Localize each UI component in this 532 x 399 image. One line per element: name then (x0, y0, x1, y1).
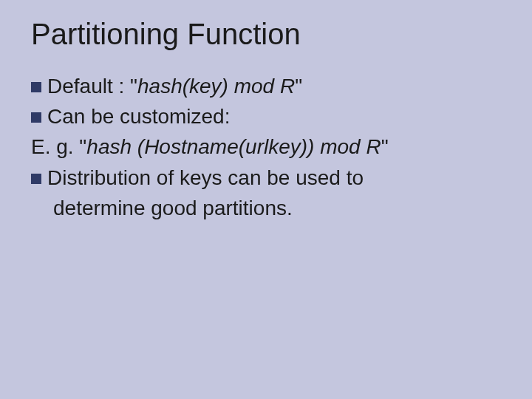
text-example-ital: hash (Hostname(urlkey)) mod R (86, 135, 381, 158)
text-distribution-a: Distribution of keys can be used to (47, 166, 364, 189)
line-example: E. g. "hash (Hostname(urlkey)) mod R" (31, 132, 505, 161)
square-bullet-icon (31, 174, 41, 184)
text-distribution-b: determine good partitions. (53, 197, 293, 219)
bullet-line-customized: Can be customized: (31, 102, 505, 131)
slide-title: Partitioning Function (31, 18, 505, 51)
text-default-ital: hash(key) mod R (137, 75, 295, 98)
slide: Partitioning Function Default : "hash(ke… (0, 0, 532, 399)
text-customized: Can be customized: (47, 105, 230, 128)
text-example-pre: E. g. " (31, 135, 86, 158)
text-default-pre: Default : " (47, 75, 137, 98)
square-bullet-icon (31, 112, 41, 123)
slide-body: Default : "hash(key) mod R" Can be custo… (31, 72, 505, 222)
line-distribution-cont: determine good partitions. (31, 194, 505, 222)
bullet-line-default: Default : "hash(key) mod R" (31, 72, 505, 100)
square-bullet-icon (31, 82, 41, 92)
bullet-line-distribution: Distribution of keys can be used to (31, 163, 505, 192)
text-default-post: " (295, 75, 302, 98)
text-example-post: " (381, 135, 389, 158)
